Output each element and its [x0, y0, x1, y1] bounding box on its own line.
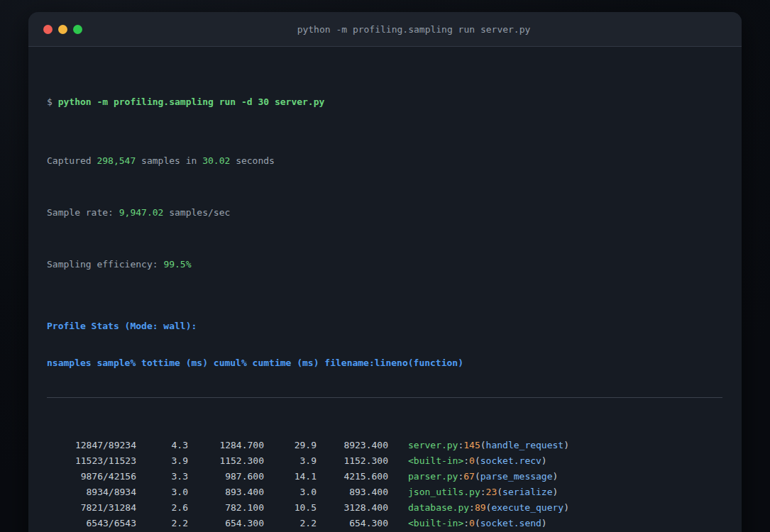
sample-rate-value: 9,947.02 — [119, 207, 164, 218]
cumul-pct-cell: 2.2 — [264, 516, 317, 531]
table-row: 7821/312842.6782.10010.53128.400database… — [47, 500, 722, 516]
maximize-button-icon[interactable] — [73, 25, 82, 34]
cumul-pct-cell: 3.9 — [264, 453, 317, 469]
profile-table-body: 12847/892344.31284.70029.98923.400server… — [47, 438, 722, 532]
efficiency-label: Sampling efficiency: — [47, 259, 163, 270]
tottime-cell: 1152.300 — [188, 453, 264, 469]
terminal-window: python -m profiling.sampling run server.… — [28, 12, 742, 532]
sample-rate-label: Sample rate: — [47, 207, 119, 218]
efficiency-line: Sampling efficiency: 99.5% — [47, 258, 722, 271]
line-number: 145 — [463, 440, 480, 450]
minimize-button-icon[interactable] — [58, 25, 67, 34]
window-title: python -m profiling.sampling run server.… — [86, 24, 742, 35]
captured-suffix: seconds — [230, 155, 275, 166]
cumul-pct-cell: 3.0 — [264, 484, 317, 500]
filename: <built-in> — [408, 455, 463, 466]
filename: database.py — [408, 502, 469, 513]
nsamples-cell: 9876/42156 — [47, 469, 136, 484]
captured-line: Captured 298,547 samples in 30.02 second… — [47, 155, 722, 167]
function-location: <built-in>:0(socket.recv) — [408, 453, 547, 469]
traffic-lights — [28, 25, 86, 34]
function-location: json_utils.py:23(serialize) — [408, 484, 558, 500]
command-text: python -m profiling.sampling run -d 30 s… — [58, 96, 325, 107]
line-number: 67 — [463, 471, 475, 482]
function-name: socket.send — [480, 518, 541, 528]
table-row: 11523/115233.91152.3003.91152.300<built-… — [47, 453, 722, 469]
tottime-cell: 1284.700 — [188, 438, 264, 453]
cumul-pct-cell: 10.5 — [264, 500, 317, 516]
tottime-cell: 654.300 — [188, 516, 264, 531]
tottime-cell: 782.100 — [188, 500, 264, 516]
prompt: $ — [47, 96, 58, 107]
seconds-value: 30.02 — [202, 155, 230, 166]
filename: parser.py — [408, 471, 458, 482]
function-name: execute_query — [491, 502, 563, 513]
sample-pct-cell: 3.9 — [136, 453, 188, 469]
captured-label: Captured — [47, 155, 97, 166]
sample-pct-cell: 4.3 — [136, 438, 188, 453]
nsamples-cell: 12847/89234 — [47, 438, 136, 453]
efficiency-value: 99.5% — [163, 259, 191, 270]
captured-mid: samples in — [136, 155, 202, 166]
filename: server.py — [408, 440, 458, 450]
nsamples-cell: 8934/8934 — [47, 484, 136, 500]
terminal-content: $ python -m profiling.sampling run -d 30… — [28, 47, 742, 532]
cumul-pct-cell: 29.9 — [264, 438, 317, 453]
function-name: serialize — [502, 487, 552, 497]
line-number: 23 — [486, 487, 497, 497]
profile-stats-heading: Profile Stats (Mode: wall): — [47, 320, 722, 333]
cumtime-cell: 3128.400 — [317, 500, 388, 516]
nsamples-cell: 11523/11523 — [47, 453, 136, 469]
table-divider — [47, 397, 722, 398]
cumtime-cell: 8923.400 — [317, 438, 388, 453]
function-name: handle_request — [486, 440, 564, 450]
filename: <built-in> — [408, 518, 463, 528]
sample-pct-cell: 2.6 — [136, 500, 188, 516]
sample-pct-cell: 3.3 — [136, 469, 188, 484]
command-line: $ python -m profiling.sampling run -d 30… — [47, 96, 722, 109]
cumtime-cell: 654.300 — [317, 516, 388, 531]
sample-rate-line: Sample rate: 9,947.02 samples/sec — [47, 206, 722, 219]
sample-rate-suffix: samples/sec — [163, 207, 230, 218]
filename: json_utils.py — [408, 487, 480, 497]
function-location: <built-in>:0(socket.send) — [408, 516, 547, 531]
cumtime-cell: 893.400 — [317, 484, 388, 500]
table-row: 8934/89343.0893.4003.0893.400json_utils.… — [47, 484, 722, 500]
function-name: socket.recv — [480, 455, 541, 466]
nsamples-cell: 7821/31284 — [47, 500, 136, 516]
line-number: 0 — [469, 455, 475, 466]
cumtime-cell: 1152.300 — [317, 453, 388, 469]
table-row: 9876/421563.3987.60014.14215.600parser.p… — [47, 469, 722, 484]
function-name: parse_message — [480, 471, 553, 482]
nsamples-cell: 6543/6543 — [47, 516, 136, 531]
close-button-icon[interactable] — [43, 25, 53, 34]
line-number: 89 — [475, 502, 486, 513]
samples-count: 298,547 — [97, 155, 136, 166]
function-location: server.py:145(handle_request) — [408, 438, 569, 453]
line-number: 0 — [469, 518, 475, 528]
cumtime-cell: 4215.600 — [317, 469, 388, 484]
table-header: nsamples sample% tottime (ms) cumul% cum… — [47, 357, 722, 370]
sample-pct-cell: 2.2 — [136, 516, 188, 531]
function-location: database.py:89(execute_query) — [408, 500, 569, 516]
tottime-cell: 987.600 — [188, 469, 264, 484]
table-row: 6543/65432.2654.3002.2654.300<built-in>:… — [47, 516, 722, 531]
sample-pct-cell: 3.0 — [136, 484, 188, 500]
table-row: 12847/892344.31284.70029.98923.400server… — [47, 438, 722, 453]
function-location: parser.py:67(parse_message) — [408, 469, 558, 484]
titlebar[interactable]: python -m profiling.sampling run server.… — [28, 12, 742, 47]
cumul-pct-cell: 14.1 — [264, 469, 317, 484]
tottime-cell: 893.400 — [188, 484, 264, 500]
